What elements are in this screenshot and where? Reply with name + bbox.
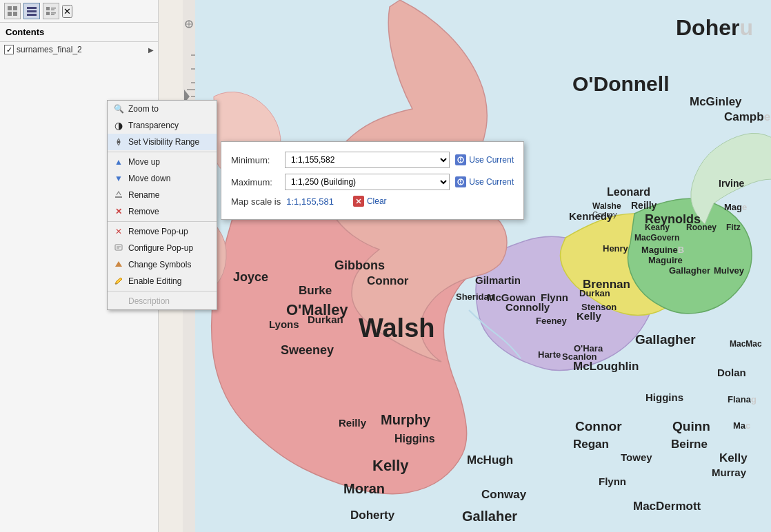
contents-title: Contents	[0, 23, 158, 42]
use-current-minimum-icon	[455, 154, 466, 165]
menu-item-rename[interactable]: Rename	[108, 187, 217, 203]
enable-editing-icon	[113, 276, 124, 287]
use-current-maximum-icon	[455, 176, 466, 187]
transparency-icon: ◑	[113, 120, 124, 131]
view-legend-btn[interactable]	[43, 3, 59, 19]
menu-item-configure-popup[interactable]: Configure Pop-up	[108, 240, 217, 256]
description-icon	[113, 296, 124, 307]
separator-1	[108, 152, 217, 152]
menu-item-remove[interactable]: ✕ Remove	[108, 203, 217, 220]
svg-rect-6	[27, 10, 37, 12]
visibility-icon	[113, 136, 124, 147]
configure-popup-icon	[113, 243, 124, 254]
view-list-btn[interactable]	[23, 3, 40, 19]
svg-rect-3	[8, 12, 12, 16]
remove-icon: ✕	[113, 206, 124, 217]
svg-rect-10	[51, 10, 54, 11]
use-current-minimum-btn[interactable]: Use Current	[455, 154, 514, 165]
remove-popup-icon: ✕	[113, 226, 124, 237]
layer-item[interactable]: ✓ surnames_final_2 ▶	[0, 42, 158, 57]
svg-marker-33	[115, 261, 122, 267]
separator-3	[108, 291, 217, 291]
move-up-icon: ▲	[113, 156, 124, 167]
svg-rect-4	[13, 12, 17, 16]
minimum-row: Minimum: 1:1,155,582None1:591,6571:1,000…	[231, 152, 514, 168]
svg-rect-13	[51, 14, 54, 16]
maximum-row: Maximum: 1:1,250 (Building)None1:2,0001:…	[231, 174, 514, 190]
minimum-label: Minimum:	[231, 155, 279, 165]
maximum-select[interactable]: 1:1,250 (Building)None1:2,0001:5,000	[285, 174, 450, 190]
move-down-icon: ▼	[113, 173, 124, 184]
svg-rect-11	[46, 12, 50, 15]
menu-item-transparency[interactable]: ◑ Transparency	[108, 117, 217, 134]
svg-rect-30	[115, 245, 122, 250]
clear-icon	[353, 196, 364, 207]
map-scale-prefix: Map scale is	[231, 196, 281, 207]
menu-item-set-visibility[interactable]: Set Visibility Range	[108, 134, 217, 150]
view-thumbnail-btn[interactable]	[4, 3, 21, 19]
svg-point-28	[117, 141, 120, 143]
change-symbols-icon	[113, 259, 124, 270]
svg-rect-9	[51, 8, 56, 9]
menu-item-remove-popup[interactable]: ✕ Remove Pop-up	[108, 223, 217, 240]
svg-rect-29	[115, 196, 122, 198]
svg-point-40	[460, 183, 461, 184]
svg-rect-8	[46, 7, 50, 10]
separator-2	[108, 221, 217, 222]
visibility-dialog: Minimum: 1:1,155,582None1:591,6571:1,000…	[221, 141, 524, 220]
map-scale-row: Map scale is 1:1,155,581 Clear	[231, 196, 514, 207]
layer-name: surnames_final_2	[17, 45, 148, 54]
svg-rect-2	[13, 6, 17, 10]
menu-item-move-down[interactable]: ▼ Move down	[108, 170, 217, 187]
menu-item-zoom-to[interactable]: 🔍 Zoom to	[108, 101, 217, 117]
expand-arrow[interactable]: ▶	[148, 46, 154, 54]
menu-item-move-up[interactable]: ▲ Move up	[108, 154, 217, 170]
layer-checkbox[interactable]: ✓	[4, 45, 14, 54]
svg-rect-5	[27, 7, 37, 9]
minimum-select[interactable]: 1:1,155,582None1:591,6571:1,000,000	[285, 152, 450, 168]
zoom-to-icon: 🔍	[113, 103, 124, 114]
close-panel-btn[interactable]: ✕	[62, 5, 72, 18]
panel-toolbar: ✕	[0, 0, 158, 23]
menu-item-description: Description	[108, 293, 217, 309]
svg-rect-7	[27, 14, 37, 16]
svg-point-37	[460, 161, 461, 162]
maximum-label: Maximum:	[231, 177, 279, 187]
menu-item-change-symbols[interactable]: Change Symbols	[108, 256, 217, 273]
context-menu: 🔍 Zoom to ◑ Transparency Set Visibility …	[107, 100, 217, 310]
map-scale-value: 1:1,155,581	[286, 196, 334, 207]
use-current-maximum-btn[interactable]: Use Current	[455, 176, 514, 187]
svg-rect-12	[51, 12, 56, 14]
rename-icon	[113, 190, 124, 201]
clear-btn[interactable]: Clear	[353, 196, 387, 207]
menu-item-enable-editing[interactable]: Enable Editing	[108, 273, 217, 289]
svg-rect-1	[8, 6, 12, 10]
